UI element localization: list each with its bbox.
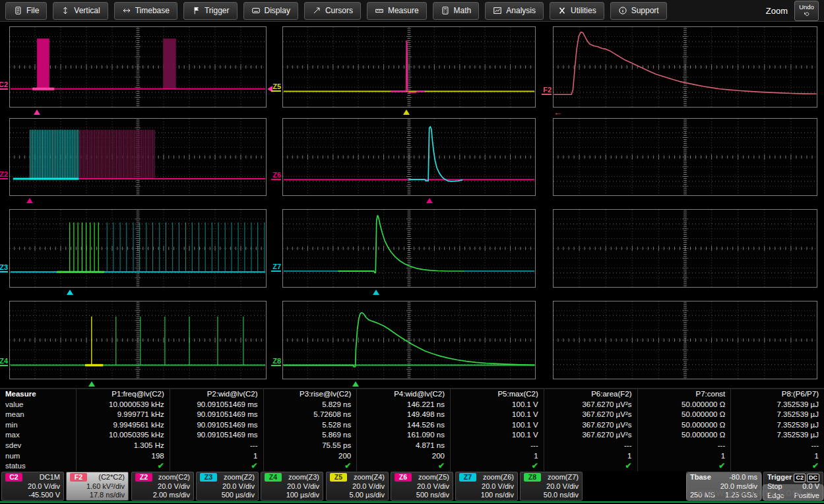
channel-scale: 20.0 V/div xyxy=(200,482,255,491)
channel-scale: 20.0 V/div xyxy=(5,482,60,491)
trigger-coupling-badge: DC xyxy=(807,474,819,482)
menu-cursors[interactable]: Cursors xyxy=(304,2,361,20)
channel-title: zoom(Z6) xyxy=(483,473,514,482)
waveform-panel-empty-r4[interactable] xyxy=(553,301,817,379)
channel-descriptor-f2[interactable]: F2 (C2*C2) 1.60 kV²/div 17.8 ns/div xyxy=(66,472,129,501)
measure-value: 90.091051469 ms xyxy=(170,430,263,441)
menu-trigger[interactable]: Trigger xyxy=(183,2,238,20)
measure-value: 7.352539 µJ xyxy=(731,420,824,431)
scope-grid xyxy=(553,118,817,196)
channel-descriptor-z5[interactable]: Z5 zoom(Z4) 20.0 V/div 5.00 µs/div xyxy=(326,472,389,501)
menu-utilities[interactable]: Utilities xyxy=(550,2,604,20)
scope-grid xyxy=(553,301,817,379)
channel-scale: 20.0 V/div xyxy=(135,482,190,491)
channel-badge-z7: Z7 xyxy=(459,473,476,482)
channel-descriptor-z4[interactable]: Z4 zoom(Z3) 20.0 V/div 100 µs/div xyxy=(261,472,323,501)
channel-descriptor-z7[interactable]: Z7 zoom(Z6) 20.0 V/div 100 ns/div xyxy=(455,472,518,501)
zoom-position-marker-z8[interactable] xyxy=(352,381,359,387)
zoom-position-marker-c2[interactable] xyxy=(34,110,40,115)
channel-descriptor-z8[interactable]: Z8 zoom(Z7) 20.0 V/div 50.0 ns/div xyxy=(520,472,583,501)
measure-header[interactable]: P6:area(F2) xyxy=(544,389,637,400)
waveform-panel-f2[interactable] xyxy=(553,26,817,108)
measure-value: 144.526 ns xyxy=(357,420,450,431)
status-check-icon: ✔ xyxy=(158,461,164,470)
channel-offset: 100 ns/div xyxy=(459,491,514,500)
measure-header[interactable]: P7:const xyxy=(638,389,731,400)
measure-value: 75.55 ps xyxy=(264,441,357,451)
waveform-panel-z7[interactable] xyxy=(282,209,536,288)
menu-support[interactable]: Support xyxy=(610,2,667,20)
measure-header[interactable]: P8:(P6/P7) xyxy=(731,389,824,400)
measure-header[interactable]: P3:rise@lv(C2) xyxy=(264,389,357,400)
scope-grid xyxy=(282,118,536,196)
menu-math[interactable]: Math xyxy=(433,2,480,20)
waveform-panel-empty-r2[interactable] xyxy=(553,118,817,196)
measure-column-p7: P7:const50.000000 Ω50.000000 Ω50.000000 … xyxy=(637,389,731,472)
trace-label-f2: F2 xyxy=(542,86,552,95)
measure-value: 1.305 Hz xyxy=(77,441,170,451)
waveform-panel-z6[interactable] xyxy=(282,118,536,196)
waveform-panel-z8[interactable] xyxy=(282,301,536,379)
scope-grid xyxy=(553,209,817,288)
menu-bar: FileVerticalTimebaseTriggerDisplayCursor… xyxy=(0,0,824,22)
measure-value: 90.091051469 ms xyxy=(170,410,263,420)
trigger-badges: C2DC xyxy=(792,473,819,482)
zoom-position-marker-z3[interactable] xyxy=(67,290,73,295)
zoom-position-marker-z5[interactable] xyxy=(403,110,410,115)
channel-descriptor-z6[interactable]: Z6 zoom(Z5) 20.0 V/div 500 ns/div xyxy=(391,472,453,501)
zoom-position-marker-z2[interactable] xyxy=(26,198,33,203)
trace-label-c2: C2 xyxy=(0,80,8,90)
measure-value: 5.72608 ns xyxy=(264,410,357,420)
channel-scale: 20.0 V/div xyxy=(395,482,449,491)
scope-grid xyxy=(553,26,817,108)
waveform-panel-empty-r3[interactable] xyxy=(553,209,817,288)
waveform-panel-z5[interactable] xyxy=(282,26,536,108)
menu-support-label: Support xyxy=(631,6,659,15)
waveform-panel-z4[interactable] xyxy=(9,301,267,379)
measure-header[interactable]: P1:freq@lv(C2) xyxy=(77,389,170,400)
waveform-panel-z3[interactable] xyxy=(9,209,267,288)
menu-timebase[interactable]: Timebase xyxy=(114,2,177,20)
measure-column-p4: P4:wid@lv(C2)146.221 ns149.498 ns144.526… xyxy=(356,389,450,472)
channel-badge-c2: C2 xyxy=(5,473,22,482)
menu-vertical[interactable]: Vertical xyxy=(53,2,108,20)
measure-value: 198 xyxy=(77,451,170,462)
measure-table: MeasurevaluemeanminmaxsdevnumstatusP1:fr… xyxy=(0,388,824,472)
zoom-position-marker-z4[interactable] xyxy=(88,381,95,387)
measure-value: 50.000000 Ω xyxy=(638,430,731,441)
measure-header[interactable]: P4:wid@lv(C2) xyxy=(357,389,450,400)
support-icon xyxy=(618,6,627,15)
channel-title: zoom(Z3) xyxy=(288,473,319,482)
measure-header[interactable]: P2:wid@lv(C2) xyxy=(170,389,263,400)
zoom-position-marker-z7[interactable] xyxy=(373,290,379,295)
offscreen-trigger-arrow-f2[interactable]: ← xyxy=(554,109,562,117)
channel-descriptor-c2[interactable]: C2 DC1M 20.0 V/div -45.500 V xyxy=(1,472,64,501)
measure-value: 5.869 ns xyxy=(264,430,357,441)
measure-value: 9.9949561 kHz xyxy=(77,420,170,431)
measure-row-label: value xyxy=(0,400,76,410)
measure-value: 4.871 ns xyxy=(357,441,450,451)
measure-row-label: mean xyxy=(0,410,76,420)
channel-descriptor-z2[interactable]: Z2 zoom(C2) 20.0 V/div 2.00 ms/div xyxy=(131,472,194,501)
channel-title: zoom(Z5) xyxy=(418,473,449,482)
menu-cursors-label: Cursors xyxy=(325,6,353,15)
measure-header[interactable]: P5:max(C2) xyxy=(451,389,544,400)
trace-label-z5: Z5 xyxy=(271,82,281,92)
measure-value: 149.498 ns xyxy=(357,410,450,420)
status-check-icon: ✔ xyxy=(812,461,819,470)
scope-grid xyxy=(9,301,267,379)
menu-measure[interactable]: Measure xyxy=(367,2,427,20)
menu-file[interactable]: File xyxy=(5,2,47,20)
measure-status: ✔ xyxy=(544,461,637,472)
zoom-position-marker-z6[interactable] xyxy=(426,198,433,203)
waveform-panel-z2[interactable] xyxy=(9,118,267,196)
channel-descriptor-z3[interactable]: Z3 zoom(Z2) 20.0 V/div 500 µs/div xyxy=(196,472,259,501)
waveform-panel-c2[interactable] xyxy=(9,26,267,108)
undo-button[interactable]: Undo xyxy=(794,1,819,21)
trace-label-z4: Z4 xyxy=(0,357,8,366)
measure-status: ✔ xyxy=(638,461,731,472)
channel-scale: 1.60 kV²/div xyxy=(70,482,125,491)
measure-row-labels: Measurevaluemeanminmaxsdevnumstatus xyxy=(0,389,76,472)
menu-analysis[interactable]: Analysis xyxy=(485,2,544,20)
menu-display[interactable]: Display xyxy=(243,2,298,20)
